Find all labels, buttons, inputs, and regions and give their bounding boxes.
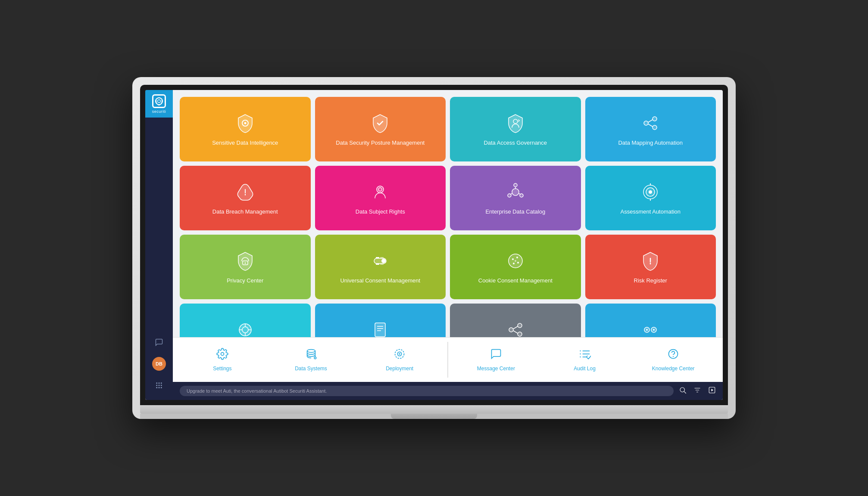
tile-enterprise-data-catalog[interactable]: Enterprise Data Catalog <box>450 166 581 230</box>
grid-icon[interactable] <box>151 378 167 393</box>
svg-point-56 <box>509 328 513 332</box>
svg-point-66 <box>307 350 315 353</box>
bottom-tile-label: Knowledge Center <box>652 366 695 372</box>
tile-universal-consent[interactable]: Universal Consent Management <box>315 235 446 299</box>
tile-icon-data-mapping <box>639 112 662 134</box>
svg-point-42 <box>516 257 518 258</box>
tile-label: Universal Consent Management <box>340 277 420 285</box>
deployment-icon <box>393 348 406 363</box>
svg-point-45 <box>515 260 516 262</box>
tile-icon-privacy-notice <box>369 319 391 337</box>
tile-data-breach[interactable]: Data Breach Management <box>180 166 311 230</box>
svg-point-3 <box>161 382 162 384</box>
svg-point-13 <box>644 121 648 125</box>
tile-risk-register[interactable]: Risk Register <box>585 235 716 299</box>
svg-line-17 <box>648 124 653 127</box>
tile-cookie-consent[interactable]: Cookie Consent Management <box>450 235 581 299</box>
tile-privacy-center[interactable]: Privacy Center <box>180 235 311 299</box>
tile-vendor-assessments[interactable]: Vendor Assessments <box>180 304 311 337</box>
tile-icon-privacyops <box>639 319 662 337</box>
tile-icon-data-subject <box>369 181 391 203</box>
tile-data-subject-rights[interactable]: Data Subject Rights <box>315 166 446 230</box>
tile-icon-enterprise-catalog <box>504 181 527 203</box>
sidebar-logo[interactable]: securiti <box>145 90 173 118</box>
main-content: Sensitive Data Intelligence Data Securit… <box>173 90 723 400</box>
tile-label: Data Security Posture Management <box>336 140 425 147</box>
tile-icon-access-governance <box>504 112 527 134</box>
bottom-tile-data-systems[interactable]: Data Systems <box>269 342 354 378</box>
tile-icon-risk-register <box>639 250 662 272</box>
bottom-tile-deployment[interactable]: Deployment <box>357 342 442 378</box>
svg-point-0 <box>158 99 161 102</box>
bottom-tile-settings[interactable]: Settings <box>180 342 265 378</box>
svg-point-4 <box>156 385 157 386</box>
screen-bezel: securiti DB <box>140 85 728 405</box>
tile-privacy-notice[interactable]: Privacy Notice Management <box>315 304 446 337</box>
svg-line-26 <box>511 193 512 194</box>
tile-label: Data Access Governance <box>484 140 547 147</box>
svg-point-1 <box>156 382 157 384</box>
tile-label: Enterprise Data Catalog <box>485 208 545 216</box>
sidebar: securiti DB <box>145 90 173 400</box>
svg-point-9 <box>161 387 162 388</box>
tile-label: Risk Register <box>634 277 667 285</box>
message-center-icon <box>490 348 502 363</box>
tile-icon-security-posture <box>369 112 391 134</box>
tile-icon-universal-consent <box>369 250 391 272</box>
filter-icon[interactable] <box>693 386 701 396</box>
tiles-row-3: Privacy Center <box>180 235 716 299</box>
svg-line-25 <box>518 193 520 194</box>
search-icon[interactable] <box>679 386 687 396</box>
svg-point-8 <box>159 387 160 388</box>
svg-point-7 <box>156 387 157 388</box>
svg-point-2 <box>159 382 160 384</box>
status-bar: Upgrade to meet Auti, the conversational… <box>173 382 723 400</box>
tile-data-access-governance[interactable]: Data Access Governance <box>450 97 581 161</box>
svg-point-62 <box>646 329 648 331</box>
tile-sensitive-data-intelligence[interactable]: Sensitive Data Intelligence <box>180 97 311 161</box>
bottom-tile-message-center[interactable]: Message Center <box>453 342 539 378</box>
settings-icon <box>216 348 228 363</box>
screen: securiti DB <box>145 90 723 400</box>
svg-point-58 <box>518 332 522 336</box>
tile-icon-sensitive-data <box>234 112 256 134</box>
knowledge-center-icon <box>667 348 679 363</box>
user-avatar[interactable]: DB <box>152 357 166 371</box>
bottom-bar: Settings <box>173 337 723 382</box>
svg-point-64 <box>653 329 655 331</box>
tile-label: Data Breach Management <box>212 208 278 216</box>
tile-workflow-orchestration[interactable]: Workflow Orchestration <box>450 304 581 337</box>
tile-label: Data Subject Rights <box>356 208 405 216</box>
tile-icon-privacy-center <box>234 250 256 272</box>
status-icons <box>679 386 716 396</box>
tile-icon-cookie-consent <box>504 250 527 272</box>
svg-point-67 <box>314 357 316 359</box>
status-text: Upgrade to meet Auti, the conversational… <box>187 388 327 394</box>
svg-line-76 <box>684 391 686 393</box>
chat-icon[interactable] <box>151 335 167 350</box>
svg-point-22 <box>520 194 523 197</box>
svg-point-74 <box>673 356 674 357</box>
svg-rect-52 <box>375 323 385 337</box>
svg-point-5 <box>159 385 160 386</box>
svg-point-75 <box>680 388 685 392</box>
tile-data-security-posture[interactable]: Data Security Posture Management <box>315 97 446 161</box>
svg-point-14 <box>653 117 657 121</box>
svg-point-11 <box>244 122 246 124</box>
laptop-stand <box>140 414 728 419</box>
tile-label: Sensitive Data Intelligence <box>212 140 278 147</box>
tile-data-mapping[interactable]: Data Mapping Automation <box>585 97 716 161</box>
svg-rect-39 <box>380 257 384 258</box>
bottom-tile-label: Data Systems <box>295 366 327 372</box>
tile-privacyops-center[interactable]: PrivacyOps Center <box>585 304 716 337</box>
tile-assessment-automation[interactable]: Assessment Automation <box>585 166 716 230</box>
svg-point-44 <box>513 263 515 264</box>
bottom-tile-knowledge-center[interactable]: Knowledge Center <box>631 342 716 378</box>
tile-label: Cookie Consent Management <box>478 277 553 285</box>
sidebar-bottom: DB <box>151 335 167 400</box>
tiles-row-2: Data Breach Management Dat <box>180 166 716 230</box>
bottom-tile-label: Deployment <box>386 366 413 372</box>
bottom-tile-audit-log[interactable]: Audit Log <box>542 342 628 378</box>
play-icon[interactable] <box>708 386 716 396</box>
svg-point-41 <box>512 258 514 260</box>
